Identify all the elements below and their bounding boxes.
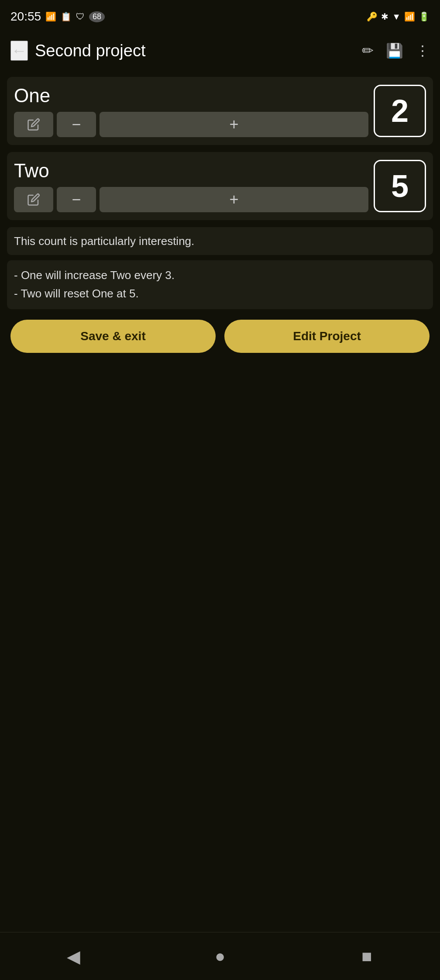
counter-one-value: 2 bbox=[391, 93, 409, 129]
battery-icon: 🔋 bbox=[419, 11, 430, 22]
page-title: Second project bbox=[35, 41, 362, 60]
main-content: One − + 2 Two bbox=[0, 70, 440, 360]
notification-badge: 68 bbox=[89, 11, 105, 22]
pencil-icon bbox=[27, 118, 40, 131]
counter-one-minus-button[interactable]: − bbox=[57, 112, 96, 137]
save-icon[interactable]: 💾 bbox=[386, 42, 403, 59]
rule-one: - One will increase Two every 3. bbox=[14, 266, 426, 285]
counter-one-controls: − + bbox=[14, 112, 368, 137]
top-bar: ← Second project ✏ 💾 ⋮ bbox=[0, 31, 440, 70]
status-left: 20:55 📶 📋 🛡 68 bbox=[10, 10, 105, 24]
action-buttons: Save & exit Edit Project bbox=[10, 320, 430, 353]
counter-two-value-box: 5 bbox=[374, 160, 426, 212]
counter-one-edit-button[interactable] bbox=[14, 112, 53, 137]
rule-two: - Two will reset One at 5. bbox=[14, 285, 426, 303]
sim-icon: 📋 bbox=[61, 11, 72, 22]
signal-bars-icon: 📶 bbox=[45, 11, 56, 22]
back-button[interactable]: ← bbox=[10, 41, 28, 61]
counter-one-left: One − + bbox=[14, 85, 368, 137]
rules-box: - One will increase Two every 3. - Two w… bbox=[7, 260, 433, 309]
key-icon: 🔑 bbox=[367, 11, 378, 22]
signal-icon: 📶 bbox=[404, 11, 415, 22]
counter-two-name: Two bbox=[14, 160, 368, 182]
counter-two-card: Two − + 5 bbox=[7, 152, 433, 220]
nav-bar: ◀ ● ■ bbox=[0, 932, 440, 980]
counter-two-value: 5 bbox=[391, 168, 409, 204]
info-box: This count is particularly interesting. bbox=[7, 227, 433, 255]
bluetooth-icon: ✱ bbox=[381, 11, 388, 22]
counter-one-name: One bbox=[14, 85, 368, 107]
counter-two-edit-button[interactable] bbox=[14, 187, 53, 212]
counter-two-minus-button[interactable]: − bbox=[57, 187, 96, 212]
status-time: 20:55 bbox=[10, 10, 41, 24]
counter-two-controls: − + bbox=[14, 187, 368, 212]
status-bar: 20:55 📶 📋 🛡 68 🔑 ✱ ▼ 📶 🔋 bbox=[0, 0, 440, 31]
nav-recents-button[interactable]: ■ bbox=[349, 939, 384, 974]
status-right: 🔑 ✱ ▼ 📶 🔋 bbox=[367, 11, 430, 22]
pencil-icon-two bbox=[27, 193, 40, 206]
counter-one-card: One − + 2 bbox=[7, 77, 433, 145]
wifi-icon: ▼ bbox=[392, 12, 401, 22]
more-options-icon[interactable]: ⋮ bbox=[416, 42, 430, 59]
counter-two-left: Two − + bbox=[14, 160, 368, 212]
edit-icon[interactable]: ✏ bbox=[362, 42, 374, 59]
info-text: This count is particularly interesting. bbox=[14, 233, 426, 249]
nav-home-button[interactable]: ● bbox=[203, 939, 237, 974]
counter-two-plus-button[interactable]: + bbox=[100, 187, 368, 212]
counter-one-plus-button[interactable]: + bbox=[100, 112, 368, 137]
top-actions: ✏ 💾 ⋮ bbox=[362, 42, 430, 59]
edit-project-button[interactable]: Edit Project bbox=[224, 320, 430, 353]
shield-icon: 🛡 bbox=[76, 12, 85, 22]
save-exit-button[interactable]: Save & exit bbox=[10, 320, 216, 353]
nav-back-button[interactable]: ◀ bbox=[56, 939, 91, 974]
counter-one-value-box: 2 bbox=[374, 85, 426, 137]
